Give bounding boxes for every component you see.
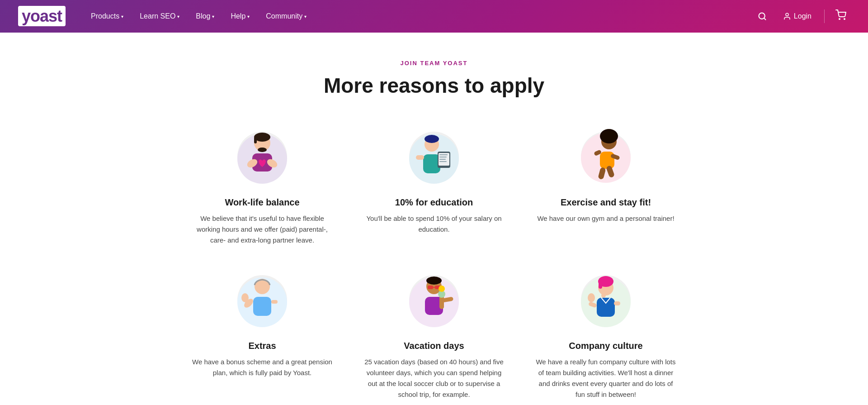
nav-label-learn-seo: Learn SEO bbox=[140, 12, 175, 20]
svg-rect-38 bbox=[271, 300, 278, 304]
nav-item-products[interactable]: Products ▾ bbox=[84, 9, 131, 24]
nav-label-products: Products bbox=[91, 12, 119, 20]
svg-rect-35 bbox=[253, 297, 271, 316]
svg-point-4 bbox=[844, 19, 845, 19]
chevron-down-icon: ▾ bbox=[212, 14, 214, 19]
card-desc-work-life: We believe that it's useful to have flex… bbox=[190, 213, 335, 246]
login-button[interactable]: Login bbox=[778, 9, 817, 24]
svg-rect-23 bbox=[439, 159, 446, 160]
user-icon bbox=[783, 12, 791, 20]
search-icon bbox=[758, 12, 767, 21]
culture-illustration bbox=[574, 268, 637, 332]
card-title-culture: Company culture bbox=[569, 341, 642, 351]
card-desc-vacation: 25 vacation days (based on 40 hours) and… bbox=[362, 357, 506, 400]
svg-rect-54 bbox=[597, 298, 615, 317]
svg-point-2 bbox=[786, 13, 788, 16]
svg-rect-42 bbox=[428, 286, 433, 289]
chevron-down-icon: ▾ bbox=[177, 14, 179, 19]
benefits-grid: Work-life balance We believe that it's u… bbox=[185, 125, 683, 400]
card-culture: Company culture We have a really fun com… bbox=[529, 268, 683, 400]
svg-rect-53 bbox=[599, 281, 602, 289]
card-desc-exercise: We have our own gym and a personal train… bbox=[537, 213, 674, 224]
svg-point-41 bbox=[426, 276, 442, 285]
svg-point-48 bbox=[439, 286, 445, 292]
card-desc-culture: We have a really fun company culture wit… bbox=[533, 357, 678, 400]
vacation-illustration bbox=[402, 268, 466, 332]
card-exercise: Exercise and stay fit! We have our own g… bbox=[529, 125, 683, 246]
card-education: 10% for education You'll be able to spen… bbox=[357, 125, 511, 246]
svg-point-9 bbox=[258, 148, 267, 152]
section-tag: JOIN TEAM YOAST bbox=[9, 60, 859, 67]
card-desc-education: You'll be able to spend 10% of your sala… bbox=[362, 213, 506, 235]
extras-icon bbox=[235, 271, 289, 329]
svg-line-1 bbox=[764, 18, 766, 20]
nav-item-blog[interactable]: Blog ▾ bbox=[189, 9, 222, 24]
main-nav: Products ▾ Learn SEO ▾ Blog ▾ Help ▾ Com… bbox=[84, 9, 754, 24]
chevron-down-icon: ▾ bbox=[304, 14, 307, 19]
nav-item-learn-seo[interactable]: Learn SEO ▾ bbox=[132, 9, 187, 24]
card-vacation: Vacation days 25 vacation days (based on… bbox=[357, 268, 511, 400]
header-actions: Login bbox=[754, 6, 850, 27]
chevron-down-icon: ▾ bbox=[247, 14, 250, 19]
site-header: yoast Products ▾ Learn SEO ▾ Blog ▾ Help… bbox=[0, 0, 868, 33]
card-title-exercise: Exercise and stay fit! bbox=[561, 197, 651, 208]
card-title-education: 10% for education bbox=[395, 197, 473, 208]
svg-rect-24 bbox=[439, 161, 447, 162]
svg-point-27 bbox=[600, 129, 618, 143]
search-button[interactable] bbox=[754, 8, 770, 24]
section-title: More reasons to apply bbox=[9, 74, 859, 98]
nav-label-blog: Blog bbox=[196, 12, 210, 20]
card-title-work-life: Work-life balance bbox=[225, 197, 299, 208]
header-divider bbox=[824, 10, 825, 23]
svg-point-57 bbox=[601, 293, 606, 298]
nav-label-help: Help bbox=[231, 12, 245, 20]
svg-point-15 bbox=[425, 135, 439, 143]
svg-rect-21 bbox=[439, 154, 448, 155]
card-work-life: Work-life balance We believe that it's u… bbox=[185, 125, 339, 246]
site-logo[interactable]: yoast bbox=[18, 7, 66, 26]
svg-rect-22 bbox=[439, 157, 447, 157]
education-illustration bbox=[402, 125, 466, 188]
cart-icon bbox=[835, 10, 846, 20]
education-icon bbox=[407, 127, 461, 186]
nav-label-community: Community bbox=[266, 12, 302, 20]
svg-point-37 bbox=[241, 293, 249, 302]
exercise-icon bbox=[576, 127, 635, 186]
svg-point-56 bbox=[588, 293, 595, 302]
card-title-vacation: Vacation days bbox=[404, 341, 464, 351]
nav-item-community[interactable]: Community ▾ bbox=[259, 9, 314, 24]
vacation-icon bbox=[407, 271, 461, 329]
work-life-illustration bbox=[231, 125, 294, 188]
svg-rect-8 bbox=[254, 137, 257, 143]
main-content: JOIN TEAM YOAST More reasons to apply bbox=[0, 33, 868, 405]
work-life-icon bbox=[235, 127, 289, 186]
card-desc-extras: We have a bonus scheme and a great pensi… bbox=[190, 357, 335, 378]
card-title-extras: Extras bbox=[248, 341, 276, 351]
chevron-down-icon: ▾ bbox=[121, 14, 123, 19]
extras-illustration bbox=[231, 268, 294, 332]
exercise-illustration bbox=[574, 125, 637, 188]
svg-point-3 bbox=[839, 19, 840, 19]
svg-rect-58 bbox=[614, 301, 620, 305]
culture-icon bbox=[579, 271, 633, 329]
card-extras: Extras We have a bonus scheme and a grea… bbox=[185, 268, 339, 400]
svg-rect-17 bbox=[416, 155, 424, 160]
nav-item-help[interactable]: Help ▾ bbox=[223, 9, 257, 24]
cart-button[interactable] bbox=[832, 6, 850, 27]
